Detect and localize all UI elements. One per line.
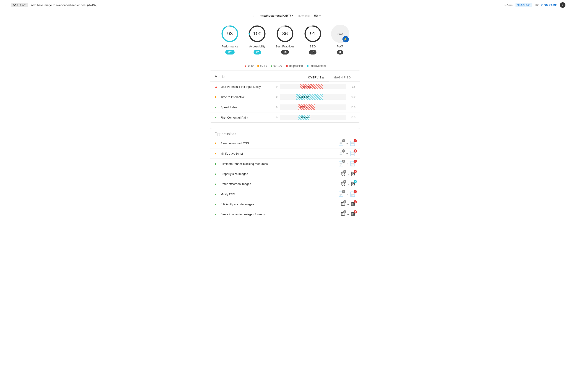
opp-encode-images-arrow: → (346, 202, 349, 206)
opp-defer-offscreen-base-count: 6 (343, 180, 346, 183)
seo-label: SEO (310, 45, 316, 48)
legend-regression: ■ Regression (286, 64, 303, 68)
opp-unused-css-arrow: → (345, 141, 348, 145)
tab-magnified[interactable]: MAGNIFIED (329, 74, 355, 81)
opp-next-gen-icon: ● (215, 212, 218, 216)
opp-minify-css-base-count: 1 (342, 190, 345, 193)
url-label: URL (250, 14, 255, 18)
opp-next-gen-base-file[interactable]: 🖼 3 (340, 212, 345, 217)
opp-size-images-compare-file[interactable]: 🖼 3 (351, 171, 355, 177)
legend-90-100: ● 90-100 (271, 64, 282, 68)
back-button[interactable]: ← (5, 3, 9, 8)
seo-circle: 91 (304, 25, 322, 43)
opp-minify-js-compare-count: 4 (354, 149, 357, 153)
opp-render-blocking-icon: ● (215, 162, 218, 166)
opp-next-gen-compare-file[interactable]: 🖼 3 (351, 212, 355, 217)
opportunities-card: Opportunities ■ Remove unused CSS 📄 1 → … (210, 128, 360, 219)
performance-delta: +26 (225, 50, 234, 55)
metric-row-fcp: ● First Contentful Paint 0 -259 ms 10.0 (210, 112, 360, 123)
metric-tti-bar-label: -9,950 ms (298, 96, 309, 98)
opp-minify-css-actions: 📄 1 → 📄 1 (338, 191, 355, 197)
opp-render-blocking-compare-file[interactable]: 📄 1 (350, 161, 355, 167)
metric-row-si: ● Speed Index 0 +767 ms 15.0 (210, 102, 360, 112)
opp-render-blocking-arrow: → (345, 162, 348, 166)
opp-unused-css-base-count: 1 (342, 139, 345, 142)
main-content: Metrics OVERVIEW MAGNIFIED ▲ Max Potenti… (205, 70, 365, 234)
opp-render-blocking-base-file[interactable]: 📄 2 (338, 161, 344, 167)
legend-50-89-label: 50-89 (260, 64, 267, 68)
opp-minify-js-name: Minify JavaScript (221, 152, 336, 155)
metric-fid-zero: 0 (273, 85, 278, 88)
opp-size-images-name: Properly size images (221, 172, 338, 176)
opp-minify-js-actions: 📄 4 → 📄 4 (338, 151, 355, 156)
metric-fcp-bar-container: -259 ms (280, 115, 346, 120)
opp-size-images-base-file[interactable]: 🖼 0 (340, 171, 345, 177)
opp-size-images-arrow: → (346, 172, 349, 176)
opp-encode-images-icon: ● (215, 202, 218, 206)
metric-tti-zero: 0 (273, 96, 278, 98)
legend-90-100-icon: ● (271, 64, 272, 68)
opp-unused-css-name: Remove unused CSS (221, 142, 336, 145)
opp-minify-js-compare-file[interactable]: 📄 4 (350, 151, 355, 156)
opp-size-images-icon: ● (215, 172, 218, 176)
pwa-delta: 0 (337, 50, 343, 55)
legend-50-89: ■ 50-89 (257, 64, 267, 68)
opp-minify-css-compare-file[interactable]: 📄 1 (350, 191, 355, 197)
opp-defer-offscreen-name: Defer offscreen images (221, 182, 338, 186)
opportunities-title: Opportunities (215, 132, 236, 136)
opp-encode-images-compare-file[interactable]: 🖼 1 (351, 202, 355, 207)
metrics-title: Metrics (215, 75, 226, 81)
opp-minify-js-arrow: → (345, 152, 348, 155)
opp-minify-js-base-file[interactable]: 📄 4 (338, 151, 344, 156)
info-button[interactable]: i (560, 2, 565, 8)
metric-si-bar: +767 ms (298, 104, 315, 110)
opp-defer-offscreen-compare-file[interactable]: 🖼 6 (351, 181, 355, 186)
opp-next-gen-base-count: 3 (343, 210, 346, 213)
opp-minify-css-arrow: → (345, 192, 348, 196)
accessibility-value: 100 (253, 31, 262, 37)
opp-size-images-actions: 🖼 0 → 🖼 3 (340, 171, 355, 177)
opp-encode-images-actions: 🖼 1 → 🖼 1 (340, 202, 355, 207)
opp-render-blocking-base-count: 2 (342, 160, 345, 163)
metric-fid-bar-label: +566 ms (301, 85, 311, 88)
seo-value: 91 (310, 31, 315, 37)
opp-row-encode-images: ● Efficiently encode images 🖼 1 → 🖼 1 (210, 199, 360, 209)
legend-improvement-label: Improvement (310, 64, 326, 68)
metric-fcp-name: First Contentful Paint (221, 116, 271, 119)
opp-minify-js-icon: ■ (215, 152, 218, 155)
metric-row-tti: ■ Time to Interactive 0 -9,950 ms 20.0 (210, 92, 360, 102)
opp-encode-images-base-file[interactable]: 🖼 1 (340, 202, 345, 207)
opp-unused-css-compare-file[interactable]: 📄 1 (350, 140, 355, 146)
opp-defer-offscreen-compare-count: 6 (354, 180, 357, 183)
opp-next-gen-name: Serve images in next-gen formats (221, 212, 338, 216)
opp-defer-offscreen-base-file[interactable]: 🖼 6 (340, 181, 345, 186)
metric-si-bar-label: +767 ms (300, 106, 310, 109)
threshold-dropdown-arrow: ▾ (320, 14, 320, 17)
url-dropdown-arrow: ▾ (292, 14, 293, 17)
compare-button[interactable]: COMPARE (541, 3, 557, 7)
tab-overview[interactable]: OVERVIEW (304, 74, 329, 81)
metric-tti-bar: -9,950 ms (296, 94, 323, 100)
opp-minify-css-icon: ● (215, 192, 218, 196)
metrics-header: Metrics OVERVIEW MAGNIFIED (210, 70, 360, 81)
opp-row-next-gen: ● Serve images in next-gen formats 🖼 3 →… (210, 209, 360, 219)
page-title: Add hero image to overloaded-server post… (31, 3, 502, 7)
score-accessibility: 100 Accessibility +2 (248, 25, 266, 55)
best-practices-delta: +0 (281, 50, 289, 55)
compare-commit-badge: 98fc6745 (515, 3, 532, 7)
opp-next-gen-arrow: → (346, 212, 349, 216)
opp-minify-css-base-file[interactable]: 📄 1 (338, 191, 344, 197)
accessibility-circle: 100 (248, 25, 266, 43)
opp-defer-offscreen-actions: 🖼 6 → 🖼 6 (340, 181, 355, 186)
performance-value: 93 (227, 31, 233, 37)
metric-fcp-bar-label: -259 ms (300, 116, 309, 119)
opp-unused-css-base-file[interactable]: 📄 1 (338, 140, 344, 146)
base-label: BASE (505, 3, 513, 7)
legend: ▲ 0-49 ■ 50-89 ● 90-100 ■ Regression ■ I… (0, 59, 570, 70)
threshold-selector[interactable]: 5% ▾ (314, 14, 320, 18)
opp-row-minify-css: ● Minify CSS 📄 1 → 📄 1 (210, 189, 360, 199)
metric-fcp-bar: -259 ms (298, 115, 310, 120)
opp-size-images-compare-count: 3 (354, 170, 357, 173)
opp-next-gen-compare-count: 3 (354, 210, 357, 213)
url-selector[interactable]: http://localhost:PORT/ ▾ (260, 14, 293, 18)
